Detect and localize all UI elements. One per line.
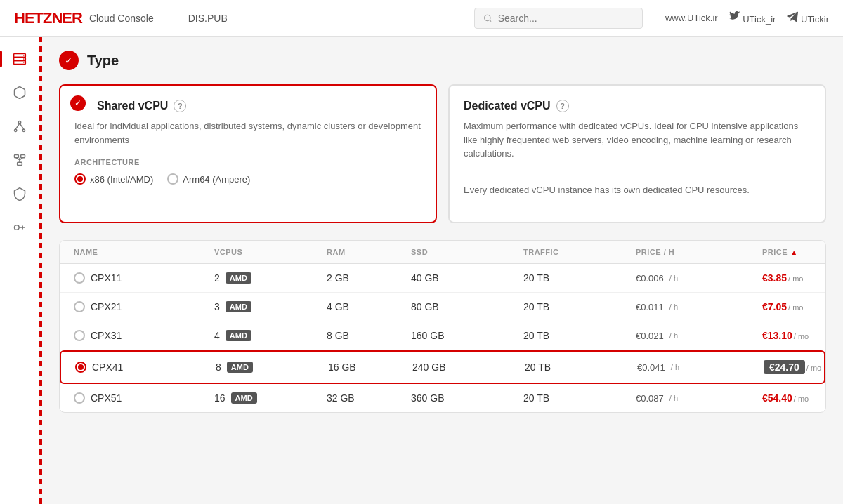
header: HETZNER Cloud Console DIS.PUB www.UTick.… bbox=[0, 0, 843, 37]
shared-vcpu-card[interactable]: ✓ Shared vCPU ? Ideal for individual app… bbox=[59, 84, 437, 223]
x86-radio[interactable] bbox=[74, 173, 86, 185]
col-vcpus: VCPUS bbox=[214, 248, 327, 256]
project-name: DIS.PUB bbox=[188, 13, 228, 24]
svg-point-6 bbox=[23, 58, 25, 60]
dedicated-vcpu-help[interactable]: ? bbox=[556, 100, 569, 112]
x86-label: x86 (Intel/AMD) bbox=[90, 174, 153, 185]
arch-options: x86 (Intel/AMD) Arm64 (Ampere) bbox=[74, 173, 422, 185]
sidebar-item-load-balancers[interactable] bbox=[6, 146, 34, 174]
svg-rect-13 bbox=[14, 155, 18, 158]
arch-x86[interactable]: x86 (Intel/AMD) bbox=[74, 173, 153, 185]
table-row[interactable]: CPX51 16 AMD 32 GB 360 GB 20 TB €0.087/ … bbox=[60, 384, 825, 412]
sort-icon: ▲ bbox=[790, 248, 797, 256]
active-indicator bbox=[0, 51, 2, 67]
dedicated-vcpu-desc-2: Every dedicated vCPU instance has its ow… bbox=[464, 183, 811, 197]
main-content: ✓ Type ✓ Shared vCPU ? Ideal for individ… bbox=[42, 37, 843, 504]
row-radio-cpx51[interactable] bbox=[74, 392, 85, 404]
cell-name-cpx41: CPX41 bbox=[75, 362, 216, 373]
svg-point-7 bbox=[23, 62, 25, 63]
cell-ram-cpx21: 4 GB bbox=[327, 301, 411, 312]
dedicated-vcpu-title: Dedicated vCPU ? bbox=[464, 100, 811, 112]
cell-traffic-cpx31: 20 TB bbox=[523, 330, 636, 341]
cell-vcpus-cpx31: 4 AMD bbox=[214, 330, 327, 341]
cell-price-h-cpx11: €0.006/ h bbox=[636, 273, 762, 284]
col-price: PRICE ▲ bbox=[762, 248, 826, 256]
loadbalancer-icon bbox=[13, 153, 27, 167]
cell-ssd-cpx31: 160 GB bbox=[411, 330, 523, 341]
cell-vcpus-cpx11: 2 AMD bbox=[214, 272, 327, 284]
cell-traffic-cpx41: 20 TB bbox=[525, 362, 637, 373]
row-radio-cpx31[interactable] bbox=[74, 330, 85, 341]
header-links: www.UTick.ir UTick_ir UTickir bbox=[665, 11, 829, 25]
cell-traffic-cpx51: 20 TB bbox=[523, 392, 636, 404]
cell-price-h-cpx21: €0.011/ h bbox=[636, 302, 762, 312]
logo: HETZNER bbox=[14, 9, 82, 27]
dedicated-vcpu-desc-1: Maximum performance with dedicated vCPUs… bbox=[464, 119, 811, 161]
section-header: ✓ Type bbox=[59, 51, 826, 70]
col-traffic: TRAFFIC bbox=[523, 248, 636, 256]
dedicated-vcpu-card[interactable]: Dedicated vCPU ? Maximum performance wit… bbox=[448, 84, 826, 223]
cell-traffic-cpx21: 20 TB bbox=[523, 301, 636, 312]
svg-point-0 bbox=[485, 15, 490, 20]
telegram-handle[interactable]: UTickir bbox=[801, 14, 829, 25]
shared-vcpu-help[interactable]: ? bbox=[174, 100, 186, 112]
col-ram: RAM bbox=[327, 248, 411, 256]
table-row[interactable]: CPX11 2 AMD 2 GB 40 GB 20 TB €0.006/ h €… bbox=[60, 264, 825, 293]
col-ssd: SSD bbox=[411, 248, 523, 256]
sidebar bbox=[0, 37, 39, 504]
cell-name-cpx51: CPX51 bbox=[74, 392, 214, 404]
amd-badge-cpx41: AMD bbox=[227, 362, 253, 373]
sidebar-item-servers[interactable] bbox=[6, 45, 34, 73]
cell-ssd-cpx11: 40 GB bbox=[411, 272, 523, 284]
cell-vcpus-cpx41: 8 AMD bbox=[216, 362, 328, 373]
svg-point-5 bbox=[23, 55, 25, 56]
link-utick-web[interactable]: www.UTick.ir bbox=[665, 13, 718, 23]
row-radio-cpx41[interactable] bbox=[75, 362, 86, 373]
cell-price-h-cpx41: €0.041/ h bbox=[637, 362, 764, 373]
cell-price-h-cpx51: €0.087/ h bbox=[636, 393, 762, 404]
cell-ram-cpx51: 32 GB bbox=[327, 392, 411, 404]
arm64-radio[interactable] bbox=[167, 173, 178, 185]
firewall-icon bbox=[13, 187, 27, 201]
key-icon bbox=[13, 220, 27, 234]
content-wrapper: ✓ Type ✓ Shared vCPU ? Ideal for individ… bbox=[39, 37, 843, 504]
sidebar-item-firewalls[interactable] bbox=[6, 180, 34, 208]
svg-line-12 bbox=[20, 124, 24, 129]
svg-point-10 bbox=[22, 129, 25, 131]
search-input[interactable] bbox=[498, 13, 634, 24]
cell-name-cpx31: CPX31 bbox=[74, 330, 214, 341]
amd-badge-cpx51: AMD bbox=[231, 392, 257, 404]
sidebar-item-volumes[interactable] bbox=[6, 79, 34, 107]
table-header: NAME VCPUS RAM SSD TRAFFIC PRICE / H PRI… bbox=[60, 241, 825, 264]
table-row-selected[interactable]: CPX41 8 AMD 16 GB 240 GB 20 TB €0.041/ h… bbox=[60, 350, 825, 384]
cell-ssd-cpx51: 360 GB bbox=[411, 392, 523, 404]
arch-arm64[interactable]: Arm64 (Ampere) bbox=[167, 173, 250, 185]
table-row[interactable]: CPX31 4 AMD 8 GB 160 GB 20 TB €0.021/ h … bbox=[60, 321, 825, 350]
svg-line-1 bbox=[490, 20, 491, 21]
row-radio-cpx21[interactable] bbox=[74, 301, 85, 312]
sidebar-item-ssh-keys[interactable] bbox=[6, 213, 34, 241]
sidebar-item-networks[interactable] bbox=[6, 112, 34, 140]
server-icon bbox=[13, 52, 27, 66]
cell-name-cpx11: CPX11 bbox=[74, 272, 214, 284]
cell-price-cpx11: €3.85/ mo bbox=[762, 272, 826, 284]
price-highlight-cpx41: €24.70 bbox=[764, 360, 805, 374]
link-telegram: UTickir bbox=[787, 11, 829, 25]
cell-price-cpx31: €13.10/ mo bbox=[762, 330, 826, 341]
svg-point-9 bbox=[14, 129, 16, 131]
link-twitter: UTick_ir bbox=[729, 11, 776, 25]
app-title: Cloud Console bbox=[89, 13, 154, 24]
twitter-handle[interactable]: UTick_ir bbox=[743, 14, 776, 25]
shared-vcpu-title: Shared vCPU ? bbox=[74, 100, 422, 112]
row-radio-cpx11[interactable] bbox=[74, 272, 85, 284]
col-name: NAME bbox=[74, 248, 214, 256]
cell-vcpus-cpx21: 3 AMD bbox=[214, 301, 327, 312]
amd-badge-cpx21: AMD bbox=[226, 301, 251, 312]
section-title: Type bbox=[87, 53, 119, 69]
table-row[interactable]: CPX21 3 AMD 4 GB 80 GB 20 TB €0.011/ h €… bbox=[60, 293, 825, 321]
search-bar[interactable] bbox=[474, 8, 643, 29]
cell-price-cpx51: €54.40/ mo bbox=[762, 392, 826, 404]
cell-price-cpx21: €7.05/ mo bbox=[762, 301, 826, 312]
col-price-h: PRICE / H bbox=[636, 248, 762, 256]
network-icon bbox=[13, 119, 27, 133]
